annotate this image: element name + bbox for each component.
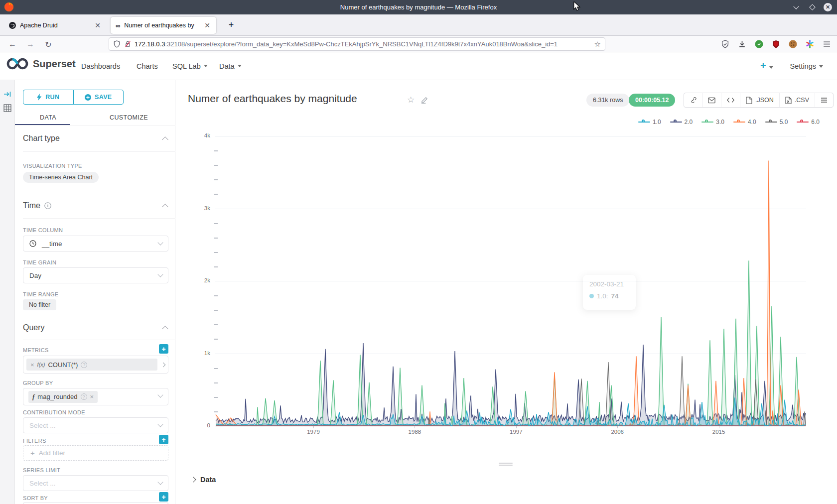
tooltip-series-label: 1.0: — [597, 292, 608, 300]
tooltip-value: 74 — [611, 292, 619, 300]
tooltip-series-dot — [589, 294, 594, 298]
mouse-cursor — [573, 1, 582, 11]
tooltip-date: 2002-03-21 — [589, 280, 629, 288]
data-panel-toggle[interactable]: Data — [191, 476, 216, 484]
resize-handle[interactable] — [499, 465, 513, 466]
chart-tooltip: 2002-03-21 1.0: 74 — [583, 275, 636, 310]
application-window: Numer of earthquakes by magnitude — Mozi… — [0, 0, 837, 504]
chevron-right-icon — [190, 477, 196, 482]
chart-plot-area[interactable] — [215, 125, 806, 426]
resize-handle[interactable] — [499, 463, 513, 464]
